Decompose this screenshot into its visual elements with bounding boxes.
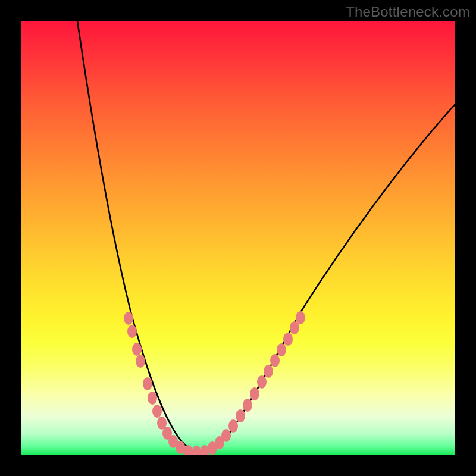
marker-point xyxy=(127,325,137,338)
marker-point xyxy=(250,387,259,400)
marker-point xyxy=(136,355,145,368)
marker-point xyxy=(277,343,286,356)
marker-point xyxy=(152,405,162,418)
watermark-text: TheBottleneck.com xyxy=(346,4,470,20)
plot-area xyxy=(21,21,455,455)
marker-point xyxy=(290,321,299,334)
curve-layer xyxy=(21,21,455,455)
marker-point xyxy=(264,365,273,378)
bottleneck-curve xyxy=(77,21,455,452)
marker-point xyxy=(236,409,245,422)
marker-point xyxy=(296,311,305,324)
marker-point xyxy=(270,354,280,367)
marker-point xyxy=(143,377,152,390)
marker-point xyxy=(124,312,133,325)
marker-point xyxy=(257,375,267,389)
marker-point xyxy=(132,343,142,356)
marker-point xyxy=(228,419,238,433)
marker-point xyxy=(192,446,201,455)
marker-point xyxy=(243,399,252,412)
chart-frame: TheBottleneck.com xyxy=(0,0,476,476)
marker-point xyxy=(148,392,157,405)
marker-point xyxy=(283,333,293,346)
marker-point xyxy=(221,429,231,442)
marker-group xyxy=(124,311,305,455)
